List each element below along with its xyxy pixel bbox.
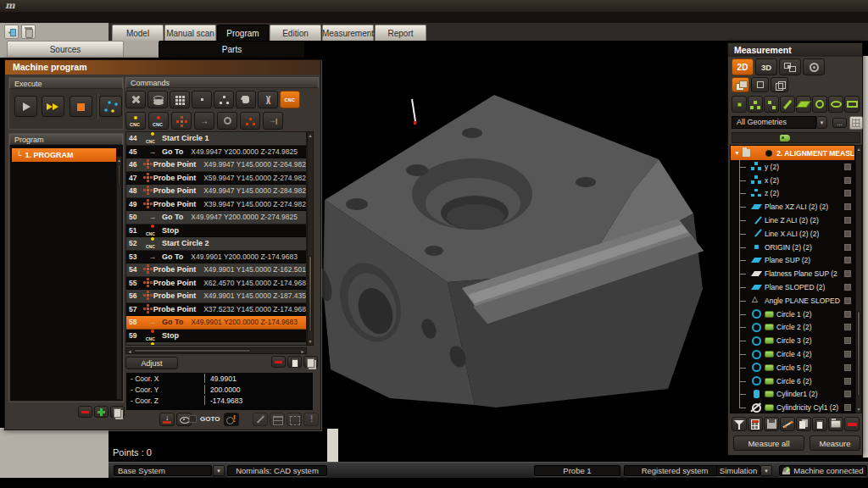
scrollbar-thumb[interactable] <box>309 256 312 332</box>
tree-item[interactable]: Circle 1 (2) <box>731 308 854 321</box>
tree-item-checkbox[interactable] <box>844 244 851 251</box>
tree-item-checkbox[interactable] <box>844 404 851 411</box>
goto-view-button[interactable] <box>224 413 239 426</box>
scrollbar-thumb[interactable] <box>134 349 251 352</box>
probe-status[interactable]: Probe 1 <box>534 465 620 476</box>
tree-item-checkbox[interactable] <box>844 351 851 358</box>
expander-icon[interactable]: ▼ <box>734 150 740 156</box>
command-row[interactable]: 57 Probe Point X37.5232 Y145.0000 Z-174.… <box>126 303 306 317</box>
more-options-button[interactable]: ... <box>832 118 847 128</box>
layers-view-button[interactable] <box>732 77 749 92</box>
measure-button[interactable]: Measure <box>810 435 860 451</box>
insert-point-button[interactable] <box>159 413 175 426</box>
program-tree-scrollbar[interactable]: ▲ <box>116 156 122 400</box>
geometry-filter-select[interactable]: All Geometries <box>732 116 816 129</box>
geometry-line-button[interactable] <box>780 96 795 113</box>
command-row[interactable]: 56 Probe Point X49.9901 Y145.0000 Z-187.… <box>126 290 306 303</box>
tree-item[interactable]: Circle 5 (2) <box>731 361 854 374</box>
tree-item-checkbox[interactable] <box>844 190 851 197</box>
tree-item[interactable]: Line Z ALI (2) (2) <box>731 214 854 227</box>
single-view-button[interactable] <box>751 77 769 92</box>
grid-view-button[interactable] <box>849 116 863 130</box>
command-row[interactable]: 45 Go To X49.9947 Y200.0000 Z-274.9825 <box>126 146 306 159</box>
tree-item-checkbox[interactable] <box>844 297 851 304</box>
command-row[interactable]: 52 Start Circle 2 <box>126 237 306 251</box>
adjust-button[interactable]: Adjust <box>125 357 178 369</box>
probe-settings-button[interactable] <box>803 58 825 75</box>
braces-button[interactable]: )( <box>258 91 278 108</box>
cnc-mode-button[interactable]: CNC <box>280 91 300 108</box>
save-command-button[interactable] <box>287 356 302 368</box>
calculate-button[interactable] <box>748 417 763 431</box>
tree-item-checkbox[interactable] <box>844 284 851 291</box>
measure-all-button[interactable]: Measure all <box>733 435 804 451</box>
remove-program-button[interactable] <box>78 406 92 418</box>
geometry-circle-button[interactable] <box>812 96 827 113</box>
tree-item[interactable]: Plane SUP (2) <box>731 254 854 268</box>
probe-pattern-button[interactable] <box>240 112 260 130</box>
program-root-item[interactable]: └ 1. PROGRAM <box>12 148 116 162</box>
grid-button[interactable] <box>170 91 190 108</box>
scan-button[interactable] <box>147 91 168 108</box>
command-row[interactable]: 48 Probe Point X49.9947 Y145.0000 Z-284.… <box>126 185 306 198</box>
scroll-right-icon[interactable]: ► <box>300 349 305 354</box>
tree-item[interactable]: Plane XZ ALI (2) (2) <box>731 200 854 214</box>
points-button[interactable] <box>214 91 234 108</box>
tree-item[interactable]: Flatness Plane SUP (2 <box>731 267 854 280</box>
command-row[interactable]: 53 Go To X49.9901 Y200.0000 Z-174.9683 <box>126 251 306 264</box>
scroll-down-icon[interactable]: ▼ <box>308 339 313 344</box>
tree-item-checkbox[interactable] <box>844 217 851 224</box>
goto-checkbox[interactable] <box>189 415 197 423</box>
goto-command-button[interactable]: → <box>194 112 214 130</box>
tree-item-checkbox[interactable] <box>844 230 851 237</box>
manual-mode-button[interactable] <box>236 91 256 108</box>
tree-item[interactable]: ORIGIN (2) (2) <box>731 241 854 254</box>
scroll-up-icon[interactable]: ▲ <box>117 158 121 163</box>
nominals-button[interactable]: Nominals: CAD system <box>227 465 327 476</box>
scrollbar-thumb[interactable] <box>857 311 860 396</box>
tree-item-checkbox[interactable] <box>844 177 851 184</box>
base-system-arrow[interactable]: ▼ <box>213 465 225 476</box>
copy-command-button[interactable] <box>303 356 318 368</box>
export-button[interactable] <box>764 417 779 431</box>
cnc-stop-command-button[interactable] <box>148 112 169 130</box>
tree-item-checkbox[interactable] <box>844 364 851 371</box>
fast-run-button[interactable] <box>42 96 64 117</box>
command-row[interactable]: 46 Probe Point X49.9947 Y145.0000 Z-264.… <box>126 158 306 172</box>
command-row[interactable]: 44 Start Circle 1 <box>126 132 306 146</box>
alert-button[interactable] <box>303 413 319 426</box>
path-preview-button[interactable] <box>99 96 122 117</box>
run-program-button[interactable] <box>14 96 37 117</box>
tree-item-checkbox[interactable] <box>844 257 851 263</box>
scroll-down-icon[interactable]: ▼ <box>856 407 861 412</box>
command-row[interactable]: 58 Go To X49.9901 Y200.0000 Z-174.9683 <box>126 316 306 330</box>
graph-button[interactable] <box>780 417 795 431</box>
copy-program-button[interactable] <box>110 406 125 418</box>
tree-root-item[interactable]: ▼ 2. ALIGNMENT MEASL <box>731 146 854 160</box>
command-row[interactable]: 55 Probe Point X62.4570 Y145.0000 Z-174.… <box>126 277 306 291</box>
table-view-button[interactable] <box>270 413 285 426</box>
tree-item[interactable]: Angle PLANE SLOPED <box>731 294 854 308</box>
tree-item[interactable]: Circle 2 (2) <box>731 321 854 335</box>
scroll-left-icon[interactable]: ◄ <box>127 349 132 354</box>
probe-point-command-button[interactable] <box>171 112 192 130</box>
tree-item-checkbox[interactable] <box>844 203 851 210</box>
add-program-button[interactable] <box>94 406 108 418</box>
tree-item-checkbox[interactable] <box>844 164 851 170</box>
command-row[interactable]: 47 Probe Point X59.9947 Y145.0000 Z-274.… <box>126 172 306 186</box>
tree-item[interactable]: z (2) <box>731 187 854 201</box>
geometry-plane-button[interactable] <box>796 96 811 113</box>
command-row[interactable]: 59 Stop <box>126 330 306 343</box>
scroll-up-icon[interactable]: ▲ <box>308 133 313 138</box>
tree-item-checkbox[interactable] <box>844 270 851 277</box>
command-row[interactable]: 60 Start Circle 3 <box>126 342 306 346</box>
stop-button[interactable] <box>70 96 92 117</box>
tree-item-checkbox[interactable] <box>844 391 851 397</box>
view-2d-button[interactable]: 2D <box>732 58 754 75</box>
flowchart-button[interactable] <box>779 58 801 75</box>
view-3d-button[interactable]: 3D <box>755 58 777 75</box>
geometry-filter-arrow[interactable]: ▼ <box>816 116 827 129</box>
paste-button[interactable] <box>812 417 827 431</box>
base-system-dropdown[interactable]: Base System <box>114 465 212 476</box>
tree-item[interactable]: Line X ALI (2) (2) <box>731 227 854 241</box>
